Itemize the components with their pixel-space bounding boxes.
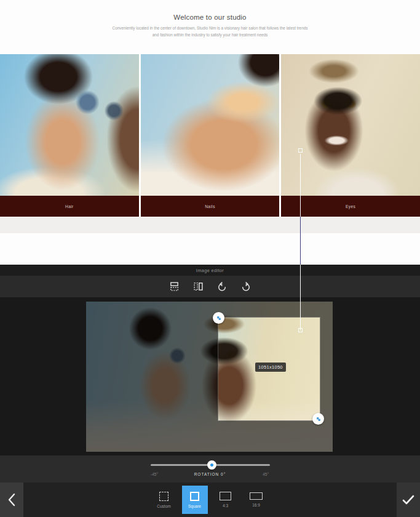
element-connector-line <box>300 154 301 331</box>
gallery-item-eyes[interactable]: Eyes <box>281 54 420 217</box>
ratio-square-button[interactable]: Square <box>182 486 208 514</box>
ratio-label-square: Square <box>188 504 201 508</box>
gallery-caption-eyes: Eyes <box>281 196 420 217</box>
rotation-max-label: 45° <box>263 472 269 476</box>
gallery-item-hair[interactable]: Hair <box>0 54 139 217</box>
hero-section: Welcome to our studio Conveniently locat… <box>0 0 420 54</box>
crop-region[interactable]: 1051x1050 <box>218 318 320 420</box>
gallery-section: Hair Nails Eyes <box>0 54 420 217</box>
square-ratio-icon <box>190 492 199 501</box>
rotate-clockwise-icon <box>240 281 252 292</box>
ratio-label-custom: Custom <box>157 504 170 508</box>
rotate-counterclockwise-button[interactable] <box>215 280 229 294</box>
page-title: Welcome to our studio <box>0 14 420 21</box>
ratio-16-9-button[interactable]: 16:9 <box>244 486 269 514</box>
resize-diagonal-icon <box>216 315 222 321</box>
gallery-item-nails[interactable]: Nails <box>141 54 280 217</box>
page-subtitle: Conveniently located in the center of do… <box>111 25 309 39</box>
slider-thumb-dot <box>210 463 213 467</box>
custom-ratio-icon <box>159 492 168 501</box>
rotate-counterclockwise-icon <box>216 281 228 292</box>
rotate-clockwise-button[interactable] <box>239 280 253 294</box>
ratio-4-3-button[interactable]: 4:3 <box>213 486 239 514</box>
ratio-4-3-icon <box>220 492 231 500</box>
flip-vertical-button[interactable] <box>167 280 181 294</box>
flip-horizontal-button[interactable] <box>191 280 205 294</box>
crop-resize-handle-topleft[interactable] <box>213 312 224 324</box>
editor-bottom-bar: Custom Square 4:3 16:9 <box>0 483 420 517</box>
resize-diagonal-icon <box>315 416 322 422</box>
hair-photo <box>0 54 139 196</box>
gallery-caption-hair: Hair <box>0 196 139 217</box>
gallery-caption-nails: Nails <box>141 196 280 217</box>
rotation-value-label: ROTATION 0° <box>0 472 420 476</box>
ratio-label-4-3: 4:3 <box>223 503 228 508</box>
chevron-left-icon <box>7 493 16 507</box>
image-editor-panel: Image editor <box>0 265 420 517</box>
editor-title: Image editor <box>0 265 420 276</box>
crop-size-badge: 1051x1050 <box>255 363 286 372</box>
ratio-label-16-9: 16:9 <box>252 503 260 507</box>
connector-handle-top[interactable] <box>298 148 303 153</box>
ratio-16-9-icon <box>250 492 263 500</box>
ratio-custom-button[interactable]: Custom <box>151 486 177 514</box>
connector-handle-bottom[interactable] <box>298 328 303 332</box>
screen: Welcome to our studio Conveniently locat… <box>0 0 420 517</box>
rotation-control: -45° ROTATION 0° 45° <box>0 455 420 483</box>
editor-toolbar <box>0 276 420 297</box>
rotation-slider-thumb[interactable] <box>207 460 216 470</box>
checkmark-icon <box>402 495 414 505</box>
flip-horizontal-icon <box>193 281 204 292</box>
crop-resize-handle-bottomright[interactable] <box>312 413 324 425</box>
back-button[interactable] <box>0 483 23 517</box>
eyes-photo <box>281 54 420 196</box>
nails-photo <box>141 54 280 196</box>
editor-canvas[interactable]: 1051x1050 <box>0 297 420 455</box>
aspect-ratio-group: Custom Square 4:3 16:9 <box>151 486 269 514</box>
flip-vertical-icon <box>169 281 180 292</box>
apply-button[interactable] <box>397 483 420 517</box>
section-divider-strip <box>0 217 420 233</box>
